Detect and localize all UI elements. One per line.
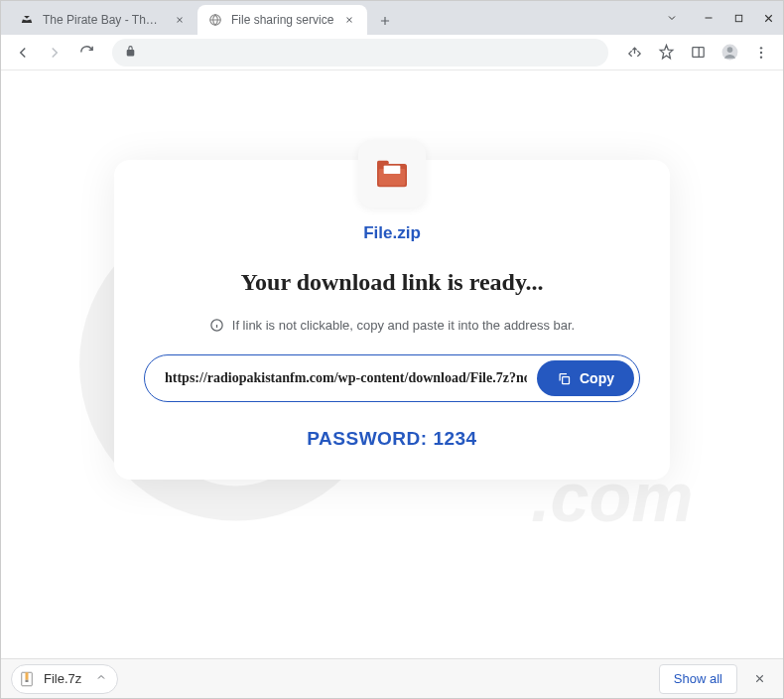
file-name: File.zip [363, 223, 421, 243]
close-icon[interactable] [172, 12, 188, 28]
svg-rect-17 [384, 166, 401, 174]
address-bar[interactable] [112, 39, 608, 67]
svg-rect-1 [735, 15, 741, 21]
toolbar [1, 35, 783, 70]
reload-button[interactable] [72, 39, 100, 67]
chevron-down-icon[interactable] [662, 1, 682, 35]
svg-point-4 [726, 47, 732, 53]
svg-rect-22 [26, 679, 29, 681]
download-card: File.zip Your download link is ready... … [114, 160, 670, 480]
window-controls [662, 1, 783, 35]
svg-rect-2 [692, 48, 703, 58]
maximize-button[interactable] [723, 1, 753, 35]
tab-piratebay[interactable]: The Pirate Bay - The galaxy's mo [9, 5, 197, 35]
close-window-button[interactable] [753, 1, 783, 35]
tab-title: File sharing service [231, 13, 333, 27]
info-icon [209, 318, 224, 333]
menu-icon[interactable] [747, 39, 775, 67]
svg-point-5 [760, 47, 762, 49]
copy-button[interactable]: Copy [537, 360, 634, 396]
svg-rect-21 [26, 672, 29, 680]
heading: Your download link is ready... [240, 269, 543, 296]
folder-icon [372, 154, 412, 194]
minimize-button[interactable] [694, 1, 723, 35]
page-body: File.zip Your download link is ready... … [1, 70, 783, 480]
share-icon[interactable] [620, 39, 648, 67]
download-url[interactable]: https://radiopakistanfm.com/wp-content/d… [165, 370, 527, 386]
show-all-label: Show all [674, 671, 722, 686]
chevron-up-icon[interactable] [95, 671, 107, 686]
copy-icon [557, 371, 572, 386]
profile-icon[interactable] [716, 39, 743, 67]
download-item[interactable]: File.7z [11, 664, 118, 694]
password-label: PASSWORD: [307, 428, 427, 449]
back-button[interactable] [9, 39, 37, 67]
copy-label: Copy [580, 370, 614, 386]
globe-icon [207, 12, 223, 28]
svg-point-7 [760, 56, 762, 58]
download-file-name: File.7z [44, 671, 81, 686]
file-icon-box [358, 140, 426, 208]
browser-window: The Pirate Bay - The galaxy's mo File sh… [0, 0, 784, 699]
lock-icon [124, 44, 137, 62]
password-value: 1234 [433, 428, 476, 449]
bookmark-icon[interactable] [652, 39, 680, 67]
link-row: https://radiopakistanfm.com/wp-content/d… [144, 354, 640, 402]
hint-text: If link is not clickable, copy and paste… [232, 318, 575, 333]
forward-button[interactable] [41, 39, 68, 67]
page-content: pcrisk .com File.zip Your download link … [1, 70, 783, 658]
ship-icon [19, 12, 35, 28]
password-row: PASSWORD: 1234 [307, 428, 476, 450]
show-all-button[interactable]: Show all [659, 664, 737, 694]
new-tab-button[interactable] [371, 7, 399, 35]
tab-strip: The Pirate Bay - The galaxy's mo File sh… [1, 1, 399, 35]
archive-icon [18, 670, 36, 688]
svg-rect-19 [563, 376, 570, 383]
tab-file-sharing[interactable]: File sharing service [197, 5, 367, 35]
svg-point-6 [760, 51, 762, 53]
hint-row: If link is not clickable, copy and paste… [209, 318, 575, 333]
download-bar: File.7z Show all [1, 658, 783, 698]
titlebar: The Pirate Bay - The galaxy's mo File sh… [1, 1, 783, 35]
tab-title: The Pirate Bay - The galaxy's mo [43, 13, 164, 27]
side-panel-icon[interactable] [684, 39, 712, 67]
close-icon[interactable] [341, 12, 357, 28]
close-bar-button[interactable] [745, 665, 773, 693]
